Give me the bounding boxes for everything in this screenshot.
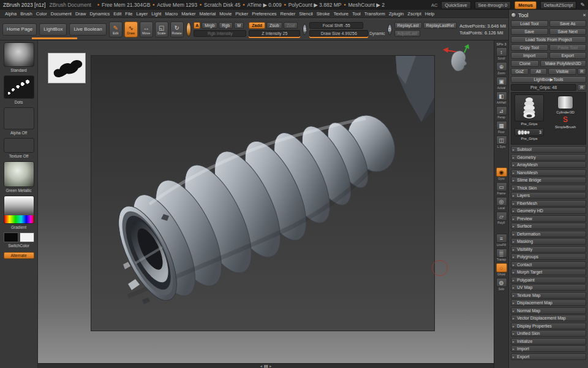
menu-item[interactable]: Preferences — [250, 11, 278, 17]
shelf-button[interactable]: ◫ L.Sym — [496, 136, 507, 148]
menu-item[interactable]: Light — [149, 11, 163, 17]
active-tool-thumbnail[interactable] — [514, 94, 544, 121]
replay-last-button[interactable]: ReplayLast — [394, 22, 422, 29]
goz-all-button[interactable]: All — [530, 68, 548, 75]
material-green-metallic-thumbnail[interactable] — [4, 161, 34, 187]
shelf-button[interactable]: ◧ AAHalf — [496, 91, 507, 104]
dynamic-brush-button[interactable]: D — [388, 24, 392, 35]
live-boolean-button[interactable]: Live Boolean — [69, 23, 106, 36]
menu-item[interactable]: Document — [49, 11, 74, 17]
tool-section[interactable]: ▸ Initialize — [511, 338, 586, 345]
tool-section[interactable]: ▸ Visibility — [511, 246, 586, 253]
menu-item[interactable]: Alpha — [3, 11, 18, 17]
tool-section[interactable]: ▸ Display Properties — [511, 323, 586, 329]
pre-grips-slider[interactable]: Pre_Grips: 48 — [511, 84, 576, 91]
menu-item[interactable]: File — [123, 11, 134, 17]
mode-button[interactable]: ↻ Rotate — [170, 21, 184, 37]
hue-strip[interactable] — [4, 215, 34, 223]
brush-standard-thumbnail[interactable] — [4, 42, 34, 67]
goz-button[interactable]: GoZ — [511, 68, 529, 75]
tool-section[interactable]: ▸ Thick Skin — [511, 185, 586, 191]
mrgb-button[interactable]: Mrgb — [202, 22, 217, 29]
copy-tool-button[interactable]: Copy Tool — [511, 44, 548, 51]
rgb-button[interactable]: Rgb — [219, 22, 233, 29]
tool-section[interactable]: ▸ Polypaint — [511, 277, 586, 283]
alternate-button[interactable]: Alternate — [4, 252, 34, 259]
shelf-button[interactable]: ◌ Ghost — [496, 263, 507, 276]
camera-orientation-gizmo[interactable] — [441, 44, 475, 80]
menu-item[interactable]: Edit — [111, 11, 123, 17]
import-tool-button[interactable]: Import — [511, 52, 548, 59]
zadd-button[interactable]: Zadd — [249, 22, 265, 29]
default-zscript-button[interactable]: DefaultZScript — [540, 1, 577, 9]
menu-item[interactable]: Movie — [217, 11, 233, 17]
make-polymesh3d-button[interactable]: Make PolyMesh3D — [540, 60, 586, 67]
menu-item[interactable]: Zplugin — [387, 11, 406, 17]
adjust-last-button[interactable]: AdjustLast — [394, 30, 421, 37]
spix-slider[interactable]: SPix 3 — [497, 42, 507, 46]
shelf-button[interactable]: ↕ Scroll — [496, 47, 507, 60]
save-next-button[interactable]: Save Next — [549, 28, 587, 35]
see-through-slider[interactable]: See-through 0 — [475, 1, 511, 9]
save-button[interactable]: Save — [511, 28, 548, 35]
menu-item[interactable]: Picker — [233, 11, 250, 17]
shelf-button[interactable]: ◍ Solo — [496, 278, 507, 291]
alpha-off-thumbnail[interactable] — [4, 107, 34, 129]
tool-section[interactable]: ▸ Polygroups — [511, 253, 586, 260]
texture-off-thumbnail[interactable] — [4, 138, 34, 153]
export-tool-button[interactable]: Export — [549, 52, 587, 59]
shelf-button[interactable]: ▣ Actual — [496, 77, 507, 90]
sculpt-model-screw[interactable] — [91, 56, 435, 331]
color-picker[interactable] — [4, 196, 34, 224]
tool-section[interactable]: ▸ Slime Bridge — [511, 177, 586, 183]
tool-section[interactable]: ▸ Surface — [511, 223, 586, 229]
shelf-button[interactable]: ▒ Transp — [496, 248, 507, 261]
current-material-thumbnail[interactable] — [186, 22, 192, 37]
menu-item[interactable]: Zscript — [405, 11, 423, 17]
menu-item[interactable]: Brush — [18, 11, 34, 17]
tool-section[interactable]: ▸ Import — [511, 345, 586, 352]
shelf-button[interactable]: ⊕ Zoom — [496, 62, 507, 75]
stroke-dots-thumbnail[interactable] — [4, 75, 34, 99]
menus-toggle-button[interactable]: Menus — [514, 1, 537, 9]
menu-item[interactable]: Help — [423, 11, 436, 17]
canvas-scrollbar[interactable]: ◂ ▮▮ ▸ — [38, 363, 494, 368]
menu-item[interactable]: Dynamics — [88, 11, 111, 17]
menu-item[interactable]: Render — [279, 11, 298, 17]
m-button[interactable]: M — [234, 22, 244, 29]
scroll-right-icon[interactable]: ▸ — [270, 364, 271, 368]
menu-item[interactable]: Transform — [363, 11, 387, 17]
color-a-badge[interactable]: A — [194, 22, 200, 29]
load-tool-button[interactable]: Load Tool — [511, 20, 548, 27]
tool-section[interactable]: ▸ Deformation — [511, 231, 586, 237]
tool-section[interactable]: ▸ Vector Displacement Map — [511, 315, 586, 321]
document-canvas[interactable] — [91, 55, 435, 331]
shelf-button[interactable]: ◎ Local — [496, 197, 507, 210]
main-color-swatch[interactable] — [4, 232, 18, 242]
menu-item[interactable]: Draw — [74, 11, 88, 17]
rgb-intensity-slider[interactable]: Rgb Intensity — [194, 30, 246, 37]
sculptris-pro-button[interactable]: S — [303, 24, 307, 35]
load-tools-from-project-button[interactable]: Load Tools From Project — [511, 36, 586, 43]
shelf-button[interactable]: ▭ Frame — [496, 182, 507, 195]
goz-visible-button[interactable]: Visible — [548, 68, 576, 75]
recent-tool-thumbnail[interactable]: 3 — [514, 128, 544, 136]
tool-section[interactable]: ▸ Subtool — [511, 146, 586, 153]
menu-item[interactable]: Color — [34, 11, 49, 17]
tool-section[interactable]: ▸ NanoMesh — [511, 169, 586, 176]
tool-section[interactable]: ▸ Displacement Map — [511, 299, 586, 306]
close-icon[interactable]: ✕ — [582, 13, 586, 18]
paste-tool-button[interactable]: Paste Tool — [549, 44, 587, 51]
shelf-button[interactable]: ▱ PolyF — [496, 212, 507, 224]
shelf-button[interactable]: ▦ Floor — [496, 121, 507, 134]
z-intensity-slider[interactable]: Z Intensity 25 — [249, 30, 300, 37]
menu-item[interactable]: Texture — [331, 11, 350, 17]
menu-item[interactable]: Tool — [350, 11, 363, 17]
lightbox-button[interactable]: LightBox — [39, 23, 67, 36]
menu-item[interactable]: Material — [198, 11, 218, 17]
dynamic-mode-label[interactable]: Dynamic — [369, 31, 385, 36]
scroll-left-icon[interactable]: ◂ — [260, 364, 262, 368]
tool-section[interactable]: ▸ Contact — [511, 261, 586, 268]
quicksave-button[interactable]: QuickSave — [441, 1, 470, 9]
draw-size-slider[interactable]: Draw Size 4.99256 — [309, 30, 368, 37]
